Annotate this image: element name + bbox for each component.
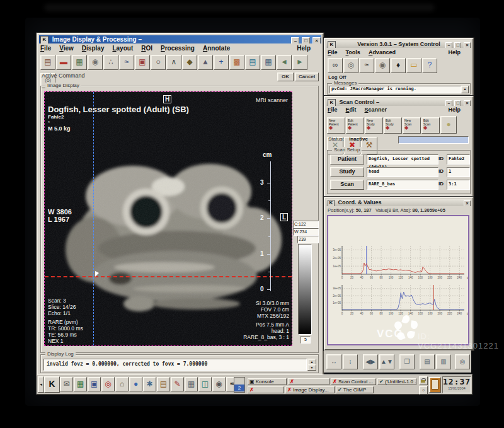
study-button[interactable]: Study: [330, 167, 364, 177]
globe-icon[interactable]: ●: [129, 377, 142, 391]
close-button[interactable]: ×: [464, 200, 471, 206]
minimize-button[interactable]: –: [445, 100, 452, 106]
menu-advanced[interactable]: Advanced: [369, 49, 396, 55]
messages-scroll-up[interactable]: ▲: [461, 86, 469, 93]
page-left-right-icon[interactable]: ◀▶: [363, 354, 378, 369]
menu-file[interactable]: File: [328, 49, 338, 55]
task--untitled-1-0-[interactable]: ✔ ('Untitled-1.0 ...: [377, 378, 416, 385]
film-layout-icon[interactable]: ▤: [245, 55, 260, 70]
color-images-icon[interactable]: ▩: [229, 55, 244, 70]
edit-patient-button[interactable]: EditPatient◆: [346, 117, 364, 134]
log-scroll-down[interactable]: ▼: [307, 364, 316, 371]
profile-plot-panel[interactable]: 1e+052e+053e+050204060801001201401601802…: [327, 215, 469, 345]
help-lifering-icon[interactable]: ◎: [101, 377, 115, 391]
panel-hide-arrow[interactable]: ◄: [38, 376, 44, 393]
next-image-icon[interactable]: ►: [292, 55, 307, 70]
menu-annotate[interactable]: Annotate: [203, 45, 230, 52]
grayscale-colorbar[interactable]: [298, 244, 312, 335]
duplicate-scan-icon[interactable]: ●: [440, 116, 457, 134]
mail-icon[interactable]: ✉: [60, 377, 73, 391]
wallpaper-icon[interactable]: ▦: [74, 377, 87, 391]
spectacles-icon[interactable]: ∞: [328, 58, 343, 73]
maximize-button[interactable]: □: [454, 100, 461, 106]
patient-id-field[interactable]: Fahle2: [447, 154, 470, 165]
display-settings-icon[interactable]: ▣: [88, 377, 101, 391]
menu-help[interactable]: Help: [448, 107, 461, 113]
laptop-icon[interactable]: ▭: [406, 58, 421, 73]
clock-applet[interactable]: 12:37 15/01/2004: [442, 376, 471, 393]
scan-control-titlebar[interactable]: K Scan Control – – □ ×: [326, 98, 471, 106]
split-horizontal-icon[interactable]: ▤: [420, 354, 435, 369]
slice-crosshair-hline[interactable]: [45, 276, 292, 277]
help-icon[interactable]: ?: [422, 58, 437, 73]
fit-width-icon[interactable]: ↔: [326, 354, 341, 369]
scan-field[interactable]: RARE_8_bas: [367, 180, 438, 190]
fit-height-icon[interactable]: ↕: [343, 354, 358, 369]
value-field[interactable]: 239: [297, 236, 319, 243]
detach-window-icon[interactable]: ❐: [399, 354, 415, 369]
window-level-curve-icon[interactable]: ≈: [119, 55, 134, 70]
klipper-clipboard-icon[interactable]: [429, 377, 441, 393]
copy-page-icon[interactable]: ▣: [135, 55, 150, 70]
new-study-button[interactable]: NewStudy◆: [365, 117, 383, 134]
contrast-field[interactable]: C:122: [293, 221, 319, 228]
measure-compass-icon[interactable]: ∧: [166, 55, 181, 70]
page-up-down-icon[interactable]: ▲▼: [379, 354, 394, 369]
minimize-button[interactable]: –: [445, 42, 452, 48]
menu-help[interactable]: Help: [297, 45, 311, 52]
menu-edit[interactable]: Edit: [346, 107, 357, 113]
registration-map-icon[interactable]: ▦: [72, 55, 87, 70]
menu-file[interactable]: File: [40, 45, 51, 52]
study-id-field[interactable]: 1: [447, 167, 470, 177]
spectrum-icon[interactable]: ≈: [359, 58, 374, 73]
system-control-titlebar[interactable]: K Version 3.0.1 – System Control – □ ×: [326, 40, 471, 48]
gallery-icon[interactable]: ◫: [198, 377, 212, 391]
crosshair-icon[interactable]: +: [214, 55, 229, 70]
head-icon[interactable]: ◉: [375, 58, 390, 73]
edit-scan-button[interactable]: EditScan◆: [421, 117, 440, 134]
new-scan-button[interactable]: NewScan◆: [403, 117, 421, 134]
screenshot-icon[interactable]: ◉: [212, 377, 226, 391]
study-field[interactable]: head: [367, 167, 438, 177]
scan-button[interactable]: Scan: [330, 180, 364, 190]
task-window[interactable]: ✗: [248, 386, 284, 393]
new-patient-button[interactable]: NewPatient◆: [327, 117, 345, 134]
menu-file[interactable]: File: [328, 107, 338, 113]
close-button[interactable]: ×: [464, 100, 471, 106]
split-vertical-icon[interactable]: ▥: [436, 354, 451, 369]
colorbar-step-field[interactable]: 5: [301, 336, 311, 344]
head-display-icon[interactable]: ◉: [88, 55, 103, 70]
pager-widget[interactable]: 2: [234, 377, 245, 393]
camera-icon[interactable]: ◎: [343, 58, 358, 73]
documents-icon[interactable]: ▤: [157, 377, 170, 391]
image-window-titlebar[interactable]: K Image Display & Processing – – □ ×: [39, 35, 321, 43]
edit-study-button[interactable]: EditStudy◆: [384, 117, 402, 134]
menu-view[interactable]: View: [59, 45, 74, 52]
logout-button[interactable]: ○: [419, 386, 428, 395]
maximize-button[interactable]: □: [454, 42, 461, 48]
maximize-button[interactable]: □: [302, 37, 310, 43]
task-the-gimp[interactable]: ✔ The GIMP: [336, 386, 374, 393]
kmenu-button[interactable]: K: [44, 376, 60, 393]
dataset-tree-icon[interactable]: ∴: [103, 55, 118, 70]
lock-screen-button[interactable]: [419, 376, 428, 385]
menu-layout[interactable]: Layout: [112, 45, 133, 52]
coord-values-titlebar[interactable]: K Coord. & Values ×: [326, 199, 471, 206]
camera-3d-icon[interactable]: ▲: [198, 55, 213, 70]
menu-scanner[interactable]: Scanner: [365, 107, 387, 113]
minimize-button[interactable]: –: [291, 37, 299, 43]
ok-button[interactable]: OK: [277, 72, 294, 81]
slice-crosshair-vline[interactable]: [93, 92, 94, 345]
patient-button[interactable]: Patient: [330, 154, 364, 165]
home-icon[interactable]: ⌂: [115, 377, 129, 391]
log-off-label[interactable]: Log Off: [328, 74, 346, 80]
mri-viewport[interactable]: H MRI scanner Dogfish, Lesser spotted (A…: [44, 91, 292, 346]
zoom-icon[interactable]: ○: [151, 55, 166, 70]
menu-help[interactable]: Help: [448, 49, 461, 55]
red-book-icon[interactable]: ▬: [56, 55, 71, 70]
magician-hat-icon[interactable]: ♦: [391, 58, 406, 73]
scan-id-field[interactable]: 3:1: [447, 180, 470, 190]
window-field[interactable]: W:234: [293, 228, 319, 236]
display-log-text[interactable]: invalid fovz = 0.000000, corrected to fo…: [43, 359, 307, 371]
close-button[interactable]: ×: [312, 37, 321, 43]
